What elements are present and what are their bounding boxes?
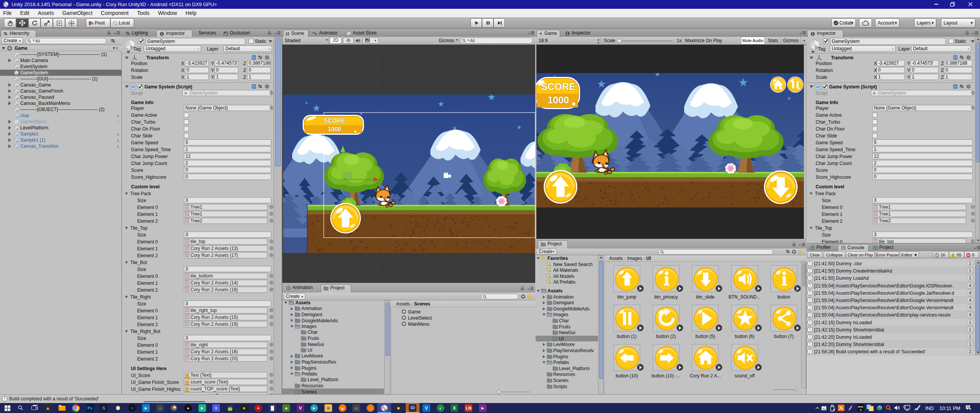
svg-text:1000: 1000 [547, 95, 569, 105]
svg-text:SCORE: SCORE [541, 81, 576, 92]
svg-text:1000: 1000 [328, 126, 341, 132]
svg-text:SCORE: SCORE [324, 118, 345, 124]
